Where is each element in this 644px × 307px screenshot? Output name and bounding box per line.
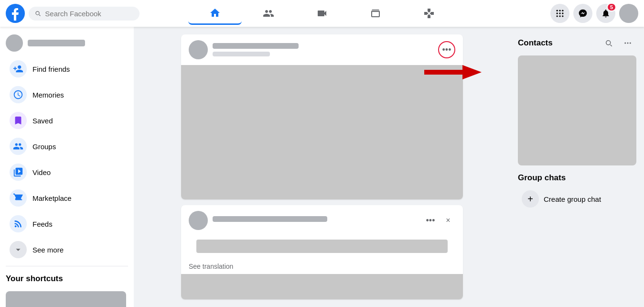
apps-icon (555, 9, 565, 18)
sidebar-user-avatar (6, 34, 23, 52)
post-1-header-left (189, 40, 299, 59)
shortcut-thumbnail (6, 291, 126, 307)
find-friends-icon (10, 60, 27, 77)
svg-point-3 (562, 10, 563, 11)
contacts-placeholder (518, 55, 636, 165)
shortcuts-title: Your shortcuts (0, 270, 134, 287)
top-navigation: 5 (0, 0, 644, 27)
contacts-search-icon (604, 39, 613, 47)
post-2-header-left (189, 211, 327, 230)
contacts-header: Contacts (518, 34, 636, 52)
svg-point-4 (557, 12, 558, 14)
contacts-more-icon (623, 39, 632, 47)
nav-gaming[interactable] (402, 2, 456, 25)
home-icon (209, 7, 221, 19)
sidebar-label-feeds: Feeds (32, 220, 53, 228)
sidebar-user-profile[interactable] (0, 31, 134, 55)
post-2-more-button[interactable]: ••• (422, 212, 439, 229)
post-1-more-button[interactable]: ••• (438, 41, 455, 58)
sidebar-label-saved: Saved (32, 117, 53, 125)
post-2-header: ••• × (181, 205, 463, 236)
main-layout: Find friends Memories Saved Groups Video (0, 27, 644, 307)
group-chats-section: Group chats + Create group chat (518, 173, 636, 211)
post-2-body (181, 240, 463, 261)
see-more-icon (10, 241, 27, 258)
svg-point-7 (557, 15, 558, 17)
svg-point-2 (559, 10, 560, 11)
create-group-label: Create group chat (544, 195, 601, 203)
see-translation-button[interactable]: See translation (181, 261, 463, 274)
video-icon (316, 8, 328, 19)
saved-icon (10, 112, 27, 129)
sidebar-item-groups[interactable]: Groups (4, 134, 130, 159)
sidebar-label-find-friends: Find friends (32, 65, 70, 73)
nav-marketplace[interactable] (349, 2, 402, 25)
nav-home[interactable] (188, 2, 242, 25)
groups-icon (10, 138, 27, 155)
sidebar-item-see-more[interactable]: See more (4, 237, 130, 262)
sidebar-divider (6, 266, 128, 266)
svg-point-18 (630, 43, 631, 44)
search-bar[interactable] (29, 7, 140, 21)
svg-point-9 (562, 15, 563, 17)
user-avatar[interactable] (619, 4, 638, 23)
sidebar-label-marketplace: Marketplace (32, 194, 72, 202)
post-2-meta (213, 216, 327, 225)
post-card-1: ••• Like Comment (181, 34, 463, 199)
sidebar-item-video[interactable]: Video (4, 160, 130, 185)
svg-point-5 (559, 12, 560, 14)
post-1-meta (213, 43, 299, 56)
sidebar-item-saved[interactable]: Saved (4, 108, 130, 133)
plus-icon: + (522, 190, 539, 208)
group-chats-title: Group chats (518, 173, 636, 183)
notifications-button[interactable]: 5 (596, 4, 615, 23)
video-sidebar-icon (10, 164, 27, 181)
post-1-name (213, 43, 299, 49)
sidebar-item-marketplace[interactable]: Marketplace (4, 186, 130, 210)
sidebar-user-name (28, 40, 85, 46)
svg-point-1 (557, 10, 558, 11)
search-input[interactable] (45, 10, 134, 18)
nav-right: 5 (504, 4, 638, 23)
marketplace-sidebar-icon (10, 189, 27, 207)
contacts-title: Contacts (518, 38, 553, 48)
nav-friends[interactable] (242, 2, 295, 25)
memories-icon (10, 86, 27, 103)
right-sidebar: Contacts Group chats + Create group chat (510, 27, 644, 307)
contacts-search-button[interactable] (600, 34, 617, 52)
post-2-name (213, 216, 327, 222)
nav-center (140, 2, 504, 25)
sidebar-label-memories: Memories (32, 91, 64, 99)
sidebar-item-feeds[interactable]: Feeds (4, 211, 130, 236)
marketplace-icon (370, 8, 381, 19)
facebook-logo[interactable] (6, 4, 25, 23)
nav-left (6, 4, 140, 23)
sidebar-label-video: Video (32, 168, 51, 176)
feeds-icon (10, 215, 27, 232)
svg-point-17 (627, 43, 629, 44)
post-1-avatar (189, 40, 208, 59)
friends-icon (263, 8, 274, 19)
post-1-sub (213, 52, 270, 56)
create-group-button[interactable]: + Create group chat (518, 186, 636, 211)
post-1-actions: ••• (438, 41, 455, 58)
post-1-image (181, 65, 463, 199)
notifications-badge: 5 (607, 3, 616, 11)
contacts-actions (600, 34, 636, 52)
post-card-2: ••• × See translation (181, 205, 463, 299)
sidebar-item-find-friends[interactable]: Find friends (4, 56, 130, 81)
search-icon (34, 10, 41, 17)
sidebar-item-memories[interactable]: Memories (4, 82, 130, 107)
messenger-button[interactable] (573, 4, 592, 23)
svg-point-16 (624, 43, 626, 44)
contacts-more-button[interactable] (619, 34, 636, 52)
post-2-header-actions: ••• × (422, 212, 455, 229)
post-2-text (196, 240, 448, 253)
post-2-close-button[interactable]: × (441, 213, 455, 228)
sidebar-label-see-more: See more (32, 246, 64, 254)
svg-point-8 (559, 15, 560, 17)
feed-area: ••• Like Comment (134, 27, 510, 307)
nav-video[interactable] (295, 2, 349, 25)
apps-button[interactable] (550, 4, 569, 23)
gaming-icon (423, 8, 435, 19)
